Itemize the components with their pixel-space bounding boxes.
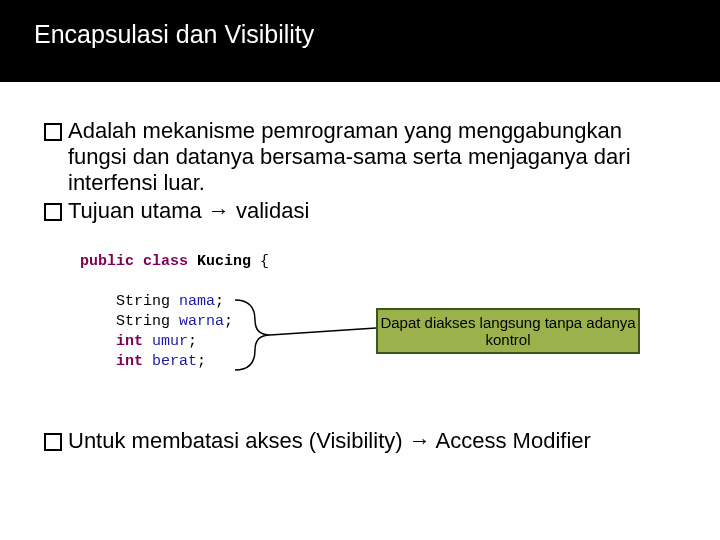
- body-text: Adalah mekanisme pemrograman yang mengga…: [44, 118, 676, 226]
- bullet-3-pre: Untuk membatasi akses (Visibility): [68, 428, 409, 453]
- bullet-3-post: Access Modifier: [431, 428, 591, 453]
- kw-class: class: [143, 253, 188, 270]
- title-underline: [0, 80, 720, 82]
- field-nama: nama: [179, 293, 215, 310]
- bullet-1-text: Adalah mekanisme pemrograman yang mengga…: [68, 118, 676, 196]
- type-string: String: [116, 293, 179, 310]
- semi: ;: [197, 353, 206, 370]
- field-warna: warna: [179, 313, 224, 330]
- type-int: int: [116, 353, 143, 370]
- title-bar: Encapsulasi dan Visibility: [0, 0, 720, 80]
- semi: ;: [224, 313, 233, 330]
- brace: {: [251, 253, 269, 270]
- bullet-2-post: validasi: [230, 198, 309, 223]
- bullet-3: Untuk membatasi akses (Visibility) → Acc…: [44, 428, 676, 454]
- bullet-2-pre: Tujuan utama: [68, 198, 208, 223]
- bullet-3-row: Untuk membatasi akses (Visibility) → Acc…: [44, 428, 676, 456]
- code-line-1: public class Kucing {: [80, 252, 620, 272]
- bullet-1: Adalah mekanisme pemrograman yang mengga…: [44, 118, 676, 196]
- arrow-icon: →: [208, 198, 230, 223]
- bullet-2-text: Tujuan utama → validasi: [68, 198, 676, 224]
- code-blank: [80, 272, 620, 292]
- arrow-icon: →: [409, 428, 431, 453]
- semi: ;: [188, 333, 197, 350]
- field-berat: berat: [152, 353, 197, 370]
- slide: Encapsulasi dan Visibility Adalah mekani…: [0, 0, 720, 540]
- class-name: Kucing: [197, 253, 251, 270]
- semi: ;: [215, 293, 224, 310]
- code-line-6: int berat;: [80, 352, 620, 372]
- bullet-box-icon: [44, 123, 62, 141]
- field-umur: umur: [152, 333, 188, 350]
- type-string: String: [116, 313, 179, 330]
- slide-title: Encapsulasi dan Visibility: [34, 20, 314, 49]
- bullet-box-icon: [44, 433, 62, 451]
- bullet-3-text: Untuk membatasi akses (Visibility) → Acc…: [68, 428, 676, 454]
- bullet-box-icon: [44, 203, 62, 221]
- kw-public: public: [80, 253, 134, 270]
- type-int: int: [116, 333, 143, 350]
- callout-text: Dapat diakses langsung tanpa adanya kont…: [378, 314, 638, 349]
- bullet-2: Tujuan utama → validasi: [44, 198, 676, 224]
- callout-box: Dapat diakses langsung tanpa adanya kont…: [376, 308, 640, 354]
